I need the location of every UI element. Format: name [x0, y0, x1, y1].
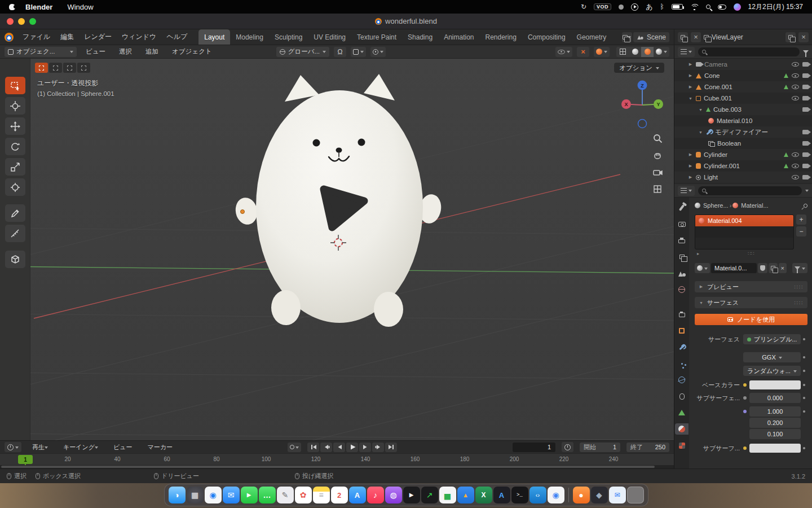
- tab-data-properties[interactable]: [675, 407, 689, 418]
- dock-notes[interactable]: ≡: [313, 487, 330, 503]
- next-keyframe-button[interactable]: [372, 443, 384, 452]
- expand-icon[interactable]: [688, 175, 693, 179]
- frame-end-field[interactable]: 終了250: [626, 443, 669, 452]
- fake-user-button[interactable]: [758, 263, 767, 273]
- dock-trash[interactable]: [627, 487, 644, 503]
- playback-menu[interactable]: 再生: [28, 441, 52, 454]
- tab-modifier-properties[interactable]: [675, 341, 689, 353]
- material-slot-list[interactable]: Material.004: [695, 214, 794, 249]
- snap-settings[interactable]: [351, 47, 366, 57]
- tool-add-cube[interactable]: [5, 251, 25, 268]
- menubar-app-name[interactable]: Blender: [25, 3, 52, 11]
- dock-calendar[interactable]: 2: [331, 487, 348, 503]
- subsurface-color-swatch[interactable]: [749, 444, 801, 453]
- tab-geometry-nodes[interactable]: Geometry: [571, 29, 612, 45]
- dock-freeform[interactable]: ✎: [277, 487, 294, 503]
- outliner-row-cube-001[interactable]: Cube.001: [674, 93, 812, 104]
- base-color-swatch[interactable]: [749, 380, 801, 389]
- radius-field-z[interactable]: 0.100: [749, 429, 801, 439]
- dock-keynote[interactable]: ▲: [457, 487, 474, 503]
- auto-keying-button[interactable]: [288, 443, 301, 452]
- use-nodes-button[interactable]: ノードを使用: [695, 314, 807, 325]
- tab-texture-paint[interactable]: Texture Paint: [351, 29, 402, 45]
- outliner-row-light[interactable]: Light: [674, 172, 812, 183]
- expand-icon[interactable]: [688, 85, 693, 89]
- render-toggle-icon[interactable]: [802, 164, 809, 168]
- tab-output-properties[interactable]: [675, 235, 689, 246]
- remove-slot-button[interactable]: −: [796, 226, 806, 237]
- options-dropdown[interactable]: オプション: [614, 63, 664, 73]
- properties-search-input[interactable]: [698, 186, 802, 195]
- radius-field-x[interactable]: 1.000: [749, 406, 801, 417]
- material-slot-empty[interactable]: [695, 238, 793, 249]
- tab-material-properties[interactable]: [675, 423, 689, 435]
- play-reverse-button[interactable]: [333, 443, 345, 452]
- tool-move[interactable]: [5, 117, 25, 135]
- timeline-ruler[interactable]: 1 20 40 60 80 100 120 140 160 180 200 22…: [0, 453, 674, 465]
- menu-window[interactable]: ウィンドウ: [117, 30, 161, 44]
- dock-music[interactable]: ♪: [367, 487, 384, 503]
- tab-physics-properties[interactable]: [675, 374, 689, 386]
- breadcrumb-object[interactable]: Sphere...: [703, 202, 729, 209]
- render-toggle-icon[interactable]: [802, 107, 809, 112]
- view-layer-name[interactable]: ViewLayer: [712, 33, 743, 41]
- select-mode-subtract[interactable]: [63, 63, 76, 73]
- snap-toggle[interactable]: [334, 47, 346, 57]
- dock-podcasts[interactable]: ◍: [385, 487, 402, 503]
- navigation-gizmo[interactable]: Z X Y: [616, 79, 668, 133]
- tab-compositing[interactable]: Compositing: [522, 29, 571, 45]
- siri-icon[interactable]: [734, 3, 741, 11]
- spotlight-icon[interactable]: [706, 5, 710, 9]
- overlays-dropdown[interactable]: [594, 47, 610, 57]
- animate-dot[interactable]: [801, 397, 807, 399]
- pan-hand-button[interactable]: [651, 149, 664, 161]
- xray-toggle[interactable]: [577, 47, 589, 57]
- dock-app-dark[interactable]: ◆: [591, 487, 608, 503]
- timeline-scrollbar[interactable]: [0, 465, 674, 468]
- dock-app-light[interactable]: ✉: [609, 487, 626, 503]
- gizmo-negative-z-axis[interactable]: [638, 120, 647, 128]
- shading-rendered-button[interactable]: [654, 47, 669, 57]
- render-toggle-icon[interactable]: [802, 62, 809, 67]
- mode-selector[interactable]: オブジェク...: [5, 47, 77, 57]
- timeline-editor-type-button[interactable]: [5, 442, 21, 452]
- material-slot-selected[interactable]: Material.004: [695, 215, 793, 226]
- bluetooth-icon[interactable]: [660, 3, 664, 11]
- tool-rotate[interactable]: [5, 138, 25, 155]
- dock-tv[interactable]: ▶: [403, 487, 420, 503]
- outliner-row-cone[interactable]: Cone: [674, 70, 812, 81]
- shading-solid-button[interactable]: [629, 47, 641, 57]
- tab-collection-properties[interactable]: [675, 309, 689, 320]
- play-status-icon[interactable]: [631, 3, 638, 11]
- dock-mail[interactable]: ✉: [223, 487, 240, 503]
- tab-tool-properties[interactable]: [675, 202, 689, 213]
- prev-keyframe-button[interactable]: [320, 443, 332, 452]
- distribution-dropdown[interactable]: GGX: [743, 352, 801, 362]
- material-filter-button[interactable]: [792, 263, 807, 273]
- jump-to-end-button[interactable]: [385, 443, 397, 452]
- radius-field-y[interactable]: 0.200: [749, 418, 801, 428]
- next-frame-button[interactable]: [359, 443, 371, 452]
- hide-toggle-icon[interactable]: [792, 96, 799, 100]
- dock-photos[interactable]: ✿: [295, 487, 312, 503]
- hide-toggle-icon[interactable]: [792, 62, 799, 67]
- wifi-icon[interactable]: [690, 4, 699, 10]
- subsurface-slider[interactable]: 0.000: [749, 393, 801, 403]
- tab-uv-editing[interactable]: UV Editing: [308, 29, 351, 45]
- expand-icon[interactable]: [688, 152, 693, 157]
- hide-toggle-icon[interactable]: [792, 164, 799, 168]
- remove-view-layer-button[interactable]: [798, 32, 809, 42]
- tool-cursor[interactable]: [5, 97, 25, 115]
- expand-icon[interactable]: [688, 73, 693, 78]
- tool-transform[interactable]: [5, 178, 25, 196]
- pin-icon[interactable]: [803, 203, 809, 208]
- outliner-row-material-010[interactable]: Material.010: [674, 115, 812, 126]
- close-window-button[interactable]: [7, 18, 14, 25]
- slot-list-grip[interactable]: ▸∷∷: [695, 251, 807, 256]
- timeline-view-menu[interactable]: ビュー: [109, 441, 137, 454]
- dock-safari[interactable]: ◉: [205, 487, 222, 503]
- dock-terminal[interactable]: >_: [511, 487, 528, 503]
- properties-editor-type-button[interactable]: [678, 186, 695, 196]
- frame-start-field[interactable]: 開始1: [580, 443, 620, 452]
- marker-menu[interactable]: マーカー: [143, 441, 178, 454]
